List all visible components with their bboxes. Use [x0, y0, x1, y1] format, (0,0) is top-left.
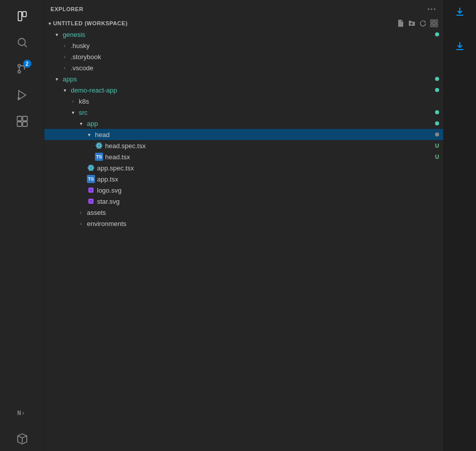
- apps-label: apps: [63, 75, 248, 83]
- demo-react-app-badge: [435, 88, 439, 92]
- tree-item-src[interactable]: ▾ src: [44, 107, 443, 118]
- workspace-collapse-button[interactable]: ▾ UNTITLED (WORKSPACE): [49, 20, 128, 26]
- explorer-title: EXPLORER: [51, 6, 83, 12]
- tree-item-demo-react-app[interactable]: ▾ demo-react-app: [44, 84, 443, 96]
- svg-rect-9: [17, 116, 22, 121]
- download-icon-2[interactable]: [452, 38, 468, 55]
- explorer-panel: EXPLORER ▾ UNTITLED (WORKSPACE): [44, 0, 444, 451]
- head-tsx-label: head.tsx: [105, 153, 269, 161]
- svg-text:N›: N›: [17, 409, 25, 417]
- svg-line-3: [24, 45, 27, 48]
- husky-label: .husky: [71, 42, 439, 50]
- app-tsx-label: app.tsx: [97, 175, 439, 183]
- tree-item-head[interactable]: ▾ head: [44, 129, 443, 140]
- star-svg-label: star.svg: [97, 198, 439, 205]
- demo-react-app-label: demo-react-app: [71, 86, 252, 94]
- react-file-icon: [95, 142, 103, 150]
- svg-point-6: [18, 71, 20, 73]
- chevron-down-icon: ▾: [85, 130, 93, 139]
- chevron-down-icon: ▾: [61, 86, 69, 94]
- head-badge: [435, 132, 439, 137]
- workspace-actions: [396, 18, 439, 28]
- chevron-right-icon: ›: [61, 64, 69, 72]
- tree-item-app-spec[interactable]: app.spec.tsx: [44, 162, 443, 173]
- tree-item-genesis[interactable]: ▾ genesis: [44, 29, 443, 40]
- head-spec-badge: U: [435, 143, 439, 149]
- tree-item-assets[interactable]: › assets: [44, 207, 443, 218]
- right-strip: [444, 0, 476, 451]
- activity-bar: 2 N›: [0, 0, 44, 451]
- chevron-down-icon: ▾: [53, 30, 61, 38]
- svg-point-20: [99, 145, 100, 146]
- refresh-button[interactable]: [418, 18, 428, 28]
- svg-rect-28: [89, 200, 92, 203]
- collapse-all-button[interactable]: [429, 18, 439, 28]
- tree-item-head-spec[interactable]: head.spec.tsx U: [44, 140, 443, 151]
- three-dots-menu-button[interactable]: [426, 4, 437, 15]
- src-label: src: [79, 109, 256, 116]
- neovim-activity-icon[interactable]: N›: [10, 400, 34, 425]
- svg-point-15: [431, 8, 433, 10]
- svg-file-icon-2: [87, 197, 95, 205]
- svg-point-14: [428, 8, 430, 10]
- extensions-activity-icon[interactable]: [10, 109, 34, 133]
- svg-file-icon: [87, 186, 95, 194]
- app-spec-label: app.spec.tsx: [97, 164, 439, 172]
- svg-rect-26: [89, 189, 92, 192]
- main-content: EXPLORER ▾ UNTITLED (WORKSPACE): [44, 0, 476, 451]
- explorer-header-actions: [426, 4, 437, 15]
- svg-point-4: [18, 65, 20, 67]
- search-activity-icon[interactable]: [10, 30, 34, 55]
- new-file-button[interactable]: [396, 18, 406, 28]
- ts-file-icon: TS: [95, 153, 103, 161]
- tree-item-star-svg[interactable]: star.svg: [44, 196, 443, 207]
- explorer-activity-icon[interactable]: [10, 4, 34, 28]
- package-activity-icon[interactable]: [10, 427, 34, 451]
- chevron-right-icon: ›: [61, 53, 69, 61]
- assets-label: assets: [87, 209, 439, 216]
- react-file-icon-2: [87, 164, 95, 172]
- source-control-badge: 2: [23, 60, 31, 68]
- svg-rect-12: [23, 122, 27, 126]
- tree-item-app-tsx[interactable]: TS app.tsx: [44, 173, 443, 185]
- chevron-right-icon: ›: [77, 219, 85, 228]
- tree-item-head-tsx[interactable]: TS head.tsx U: [44, 151, 443, 162]
- svg-point-24: [90, 167, 91, 168]
- src-badge: [435, 110, 439, 114]
- head-spec-label: head.spec.tsx: [105, 142, 269, 150]
- head-label: head: [95, 131, 264, 139]
- k8s-label: k8s: [79, 98, 439, 105]
- chevron-right-icon: ›: [69, 97, 77, 105]
- source-control-activity-icon[interactable]: 2: [10, 57, 34, 81]
- download-icon-1[interactable]: [452, 4, 468, 20]
- app-folder-label: app: [87, 120, 260, 127]
- new-folder-button[interactable]: [407, 18, 417, 28]
- svg-point-2: [18, 38, 25, 46]
- ts-file-icon-2: TS: [87, 175, 95, 183]
- tree-item-k8s[interactable]: › k8s: [44, 96, 443, 107]
- tree-item-logo-svg[interactable]: logo.svg: [44, 185, 443, 196]
- chevron-down-icon: ▾: [69, 108, 77, 116]
- svg-rect-1: [23, 12, 26, 17]
- app-badge: [435, 121, 439, 125]
- tree-item-app-folder[interactable]: ▾ app: [44, 118, 443, 129]
- workspace-chevron: ▾: [49, 21, 51, 26]
- genesis-label: genesis: [63, 31, 248, 38]
- file-tree: ▾ genesis › .husky › .storybook: [44, 29, 443, 451]
- tree-item-storybook[interactable]: › .storybook: [44, 51, 443, 62]
- tree-item-apps[interactable]: ▾ apps: [44, 73, 443, 84]
- svg-rect-0: [18, 12, 22, 21]
- head-tsx-badge: U: [435, 154, 439, 160]
- svg-rect-10: [23, 116, 27, 121]
- chevron-down-icon: ▾: [77, 119, 85, 127]
- tree-item-environments[interactable]: › environments: [44, 218, 443, 229]
- chevron-right-icon: ›: [77, 208, 85, 216]
- environments-label: environments: [87, 220, 439, 228]
- run-debug-activity-icon[interactable]: [10, 83, 34, 107]
- storybook-label: .storybook: [71, 53, 439, 61]
- tree-item-husky[interactable]: › .husky: [44, 40, 443, 51]
- logo-svg-label: logo.svg: [97, 187, 439, 194]
- svg-rect-11: [17, 122, 22, 126]
- workspace-title: UNTITLED (WORKSPACE): [53, 20, 128, 26]
- tree-item-vscode[interactable]: › .vscode: [44, 62, 443, 73]
